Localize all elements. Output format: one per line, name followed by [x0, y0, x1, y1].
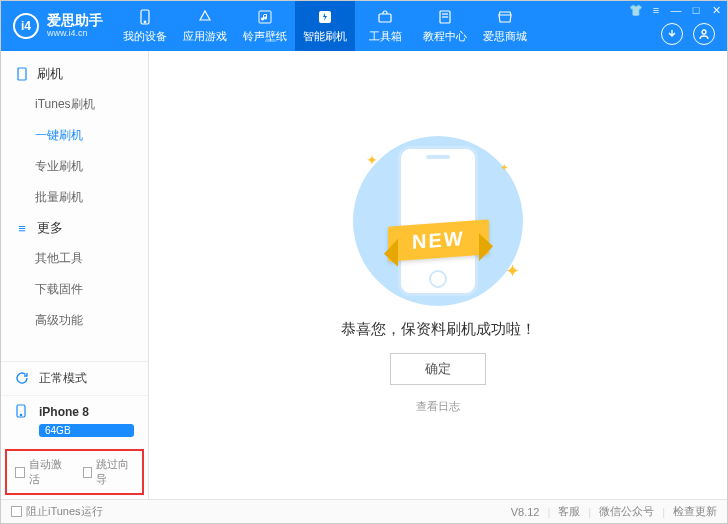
sidebar-item-other-tools[interactable]: 其他工具 — [1, 243, 148, 274]
sidebar-item-oneclick-flash[interactable]: 一键刷机 — [1, 120, 148, 151]
success-illustration: ✦ ✦ ✦ NEW — [338, 136, 538, 306]
music-icon — [256, 8, 274, 26]
checkbox-icon — [83, 467, 93, 478]
more-icon: ≡ — [15, 221, 29, 235]
skip-guide-checkbox[interactable]: 跳过向导 — [83, 457, 135, 487]
view-log-link[interactable]: 查看日志 — [416, 399, 460, 414]
nav-apps[interactable]: 应用游戏 — [175, 1, 235, 51]
tools-icon — [376, 8, 394, 26]
user-icon[interactable] — [693, 23, 715, 45]
checkbox-icon — [15, 467, 25, 478]
window-controls: 👕 ≡ — □ ✕ — [629, 3, 723, 17]
svg-point-11 — [20, 414, 21, 415]
update-link[interactable]: 检查更新 — [673, 504, 717, 519]
sidebar: 刷机 iTunes刷机 一键刷机 专业刷机 批量刷机 ≡ 更多 其他工具 下载固… — [1, 51, 149, 499]
ok-button[interactable]: 确定 — [390, 353, 486, 385]
svg-point-1 — [144, 21, 146, 23]
wechat-link[interactable]: 微信公众号 — [599, 504, 654, 519]
sidebar-item-itunes-flash[interactable]: iTunes刷机 — [1, 89, 148, 120]
nav-store[interactable]: 爱思商城 — [475, 1, 535, 51]
nav-ringtones[interactable]: 铃声壁纸 — [235, 1, 295, 51]
shop-icon — [496, 8, 514, 26]
phone-icon — [136, 8, 154, 26]
maximize-icon[interactable]: □ — [689, 3, 703, 17]
sparkle-icon: ✦ — [505, 260, 520, 282]
sparkle-icon: ✦ — [366, 152, 378, 168]
sidebar-group-more: ≡ 更多 — [1, 213, 148, 243]
nav-toolbox[interactable]: 工具箱 — [355, 1, 415, 51]
menu-icon[interactable]: ≡ — [649, 3, 663, 17]
svg-rect-9 — [18, 68, 26, 80]
storage-badge: 64GB — [39, 424, 134, 437]
app-url: www.i4.cn — [47, 29, 103, 39]
main-content: ✦ ✦ ✦ NEW 恭喜您，保资料刷机成功啦！ 确定 查看日志 — [149, 51, 727, 499]
nav-my-device[interactable]: 我的设备 — [115, 1, 175, 51]
sidebar-group-flash: 刷机 — [1, 59, 148, 89]
download-icon[interactable] — [661, 23, 683, 45]
app-icon — [196, 8, 214, 26]
sidebar-item-batch-flash[interactable]: 批量刷机 — [1, 182, 148, 213]
svg-rect-4 — [379, 14, 391, 22]
auto-activate-checkbox[interactable]: 自动激活 — [15, 457, 67, 487]
app-name: 爱思助手 — [47, 13, 103, 28]
success-message: 恭喜您，保资料刷机成功啦！ — [341, 320, 536, 339]
nav-tabs: 我的设备 应用游戏 铃声壁纸 智能刷机 工具箱 教程中心 — [115, 1, 535, 51]
post-flash-options: 自动激活 跳过向导 — [5, 449, 144, 495]
device-mode[interactable]: 正常模式 — [1, 362, 148, 396]
support-link[interactable]: 客服 — [558, 504, 580, 519]
nav-flash[interactable]: 智能刷机 — [295, 1, 355, 51]
minimize-icon[interactable]: — — [669, 3, 683, 17]
block-itunes-checkbox[interactable]: 阻止iTunes运行 — [11, 504, 103, 519]
sidebar-item-download-firmware[interactable]: 下载固件 — [1, 274, 148, 305]
book-icon — [436, 8, 454, 26]
nav-tutorials[interactable]: 教程中心 — [415, 1, 475, 51]
device-icon — [15, 67, 29, 81]
sidebar-item-pro-flash[interactable]: 专业刷机 — [1, 151, 148, 182]
status-bar: 阻止iTunes运行 V8.12 | 客服 | 微信公众号 | 检查更新 — [1, 499, 727, 523]
sidebar-item-advanced[interactable]: 高级功能 — [1, 305, 148, 336]
logo-icon: i4 — [13, 13, 39, 39]
app-header: i4 爱思助手 www.i4.cn 我的设备 应用游戏 铃声壁纸 智能刷机 — [1, 1, 727, 51]
close-icon[interactable]: ✕ — [709, 3, 723, 17]
refresh-icon — [15, 371, 31, 387]
logo: i4 爱思助手 www.i4.cn — [1, 13, 115, 39]
checkbox-icon — [11, 506, 22, 517]
version-label: V8.12 — [511, 506, 540, 518]
sparkle-icon: ✦ — [500, 162, 508, 173]
flash-icon — [316, 8, 334, 26]
svg-point-8 — [702, 30, 706, 34]
skin-icon[interactable]: 👕 — [629, 3, 643, 17]
device-name: iPhone 8 — [39, 405, 89, 419]
new-ribbon: NEW — [388, 219, 489, 261]
phone-small-icon — [15, 404, 31, 420]
device-info[interactable]: iPhone 8 64GB — [1, 396, 148, 445]
